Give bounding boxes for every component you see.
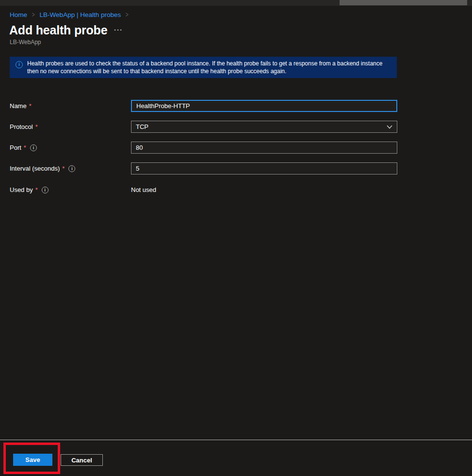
name-input[interactable] bbox=[131, 100, 397, 112]
azure-portal-page: Home > LB-WebApp | Health probes > Add h… bbox=[0, 0, 472, 476]
form-row-protocol: Protocol * TCP bbox=[10, 121, 398, 133]
page-subtitle: LB-WebApp bbox=[10, 39, 41, 46]
name-label-text: Name bbox=[10, 102, 27, 110]
interval-label: Interval (seconds) * i bbox=[10, 162, 75, 175]
protocol-label-text: Protocol bbox=[10, 123, 33, 130]
breadcrumb: Home > LB-WebApp | Health probes > bbox=[10, 10, 129, 19]
required-marker: * bbox=[29, 102, 32, 110]
form-row-used-by: Used by * i Not used bbox=[10, 184, 398, 196]
port-info-icon[interactable]: i bbox=[30, 144, 37, 151]
used-by-label: Used by * i bbox=[10, 184, 49, 196]
port-label: Port * i bbox=[10, 142, 37, 154]
form-row-interval: Interval (seconds) * i bbox=[10, 162, 398, 175]
info-icon: i bbox=[16, 61, 23, 68]
required-marker: * bbox=[35, 186, 38, 193]
protocol-label: Protocol * bbox=[10, 121, 38, 133]
required-marker: * bbox=[24, 144, 26, 151]
interval-control bbox=[131, 162, 397, 175]
chevron-down-icon bbox=[387, 125, 392, 129]
required-marker: * bbox=[35, 123, 38, 130]
save-button[interactable]: Save bbox=[13, 454, 52, 466]
browser-toolbar-fragment bbox=[340, 0, 467, 5]
port-input[interactable] bbox=[131, 142, 397, 154]
used-by-value: Not used bbox=[131, 184, 156, 196]
interval-label-text: Interval (seconds) bbox=[10, 165, 60, 172]
port-label-text: Port bbox=[10, 144, 21, 151]
breadcrumb-link-health-probes[interactable]: LB-WebApp | Health probes bbox=[40, 11, 121, 18]
interval-input[interactable] bbox=[131, 162, 397, 175]
footer-divider bbox=[0, 440, 472, 440]
used-by-info-icon[interactable]: i bbox=[42, 187, 49, 193]
page-title: Add health probe bbox=[9, 23, 107, 37]
used-by-label-text: Used by bbox=[10, 186, 33, 193]
port-control bbox=[131, 142, 397, 154]
name-control bbox=[131, 100, 397, 112]
info-banner: i Health probes are used to check the st… bbox=[10, 57, 397, 78]
name-label: Name * bbox=[10, 100, 32, 112]
breadcrumb-separator-icon: > bbox=[32, 11, 35, 19]
form-row-port: Port * i bbox=[10, 142, 398, 154]
breadcrumb-link-home[interactable]: Home bbox=[10, 11, 27, 18]
info-banner-text: Health probes are used to check the stat… bbox=[27, 60, 389, 78]
breadcrumb-separator-icon: > bbox=[126, 11, 129, 19]
protocol-selected-value: TCP bbox=[136, 123, 148, 130]
cancel-button[interactable]: Cancel bbox=[61, 454, 103, 466]
form-row-name: Name * bbox=[10, 100, 398, 112]
required-marker: * bbox=[62, 165, 65, 172]
protocol-select[interactable]: TCP bbox=[131, 121, 397, 133]
interval-info-icon[interactable]: i bbox=[68, 165, 75, 172]
more-options-icon[interactable]: ··· bbox=[114, 26, 123, 34]
